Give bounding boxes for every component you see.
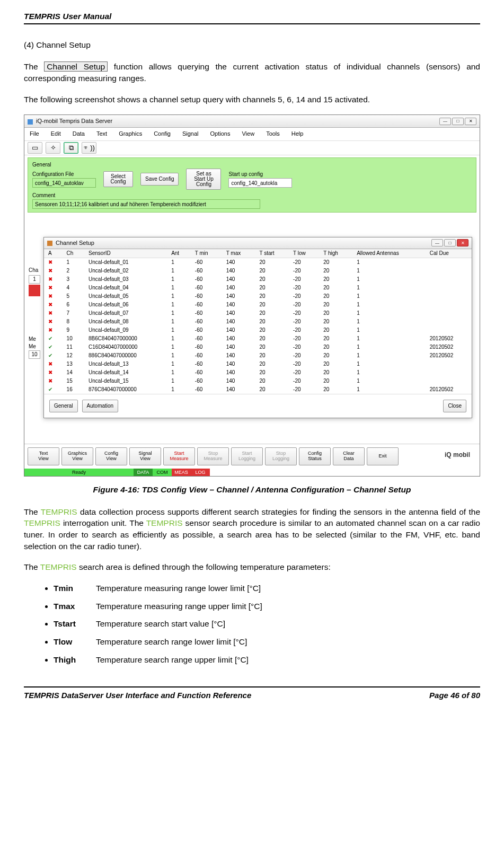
bottom-button[interactable]: Start Measure bbox=[163, 447, 195, 465]
close-icon[interactable]: ✕ bbox=[465, 118, 476, 125]
menu-text[interactable]: Text bbox=[96, 130, 107, 138]
bottom-button: Start Logging bbox=[231, 447, 263, 465]
cell: 1 bbox=[167, 377, 191, 385]
bottom-button[interactable]: Signal View bbox=[129, 447, 161, 465]
toolbar-btn-3-active[interactable]: ⧉ bbox=[64, 142, 78, 154]
cell: 1 bbox=[167, 343, 191, 351]
table-row[interactable]: ✔16876C8404070000001-6014020-20201201205… bbox=[44, 385, 472, 394]
bottom-button[interactable]: Clear Data bbox=[333, 447, 365, 465]
table-row[interactable]: ✖13Uncal-default_131-6014020-20201 bbox=[44, 360, 472, 368]
cell: 20 bbox=[255, 351, 289, 360]
menu-graphics[interactable]: Graphics bbox=[119, 130, 142, 138]
inactive-icon: ✖ bbox=[44, 258, 63, 267]
col-header[interactable]: Ch bbox=[63, 249, 84, 258]
inactive-icon: ✖ bbox=[44, 326, 63, 334]
bottom-button[interactable]: Exit bbox=[367, 447, 399, 465]
inner-close-icon[interactable]: ✕ bbox=[457, 239, 468, 246]
tempris-brand-1: TEMPRIS bbox=[41, 507, 77, 516]
col-header[interactable]: SensorID bbox=[84, 249, 167, 258]
cell: -20 bbox=[289, 301, 319, 309]
menu-edit[interactable]: Edit bbox=[51, 130, 61, 138]
general-button[interactable]: General bbox=[49, 400, 78, 412]
cell: Uncal-default_05 bbox=[84, 292, 167, 301]
toolbar-btn-1[interactable]: ▭ bbox=[28, 142, 42, 154]
col-header[interactable]: T min bbox=[191, 249, 222, 258]
col-header[interactable]: A bbox=[44, 249, 63, 258]
table-row[interactable]: ✔12886C8404070000001-6014020-20201201205… bbox=[44, 351, 472, 360]
table-row[interactable]: ✖6Uncal-default_061-6014020-20201 bbox=[44, 301, 472, 309]
automation-button[interactable]: Automation bbox=[82, 400, 119, 412]
cell: 140 bbox=[222, 385, 255, 394]
cell: 140 bbox=[222, 275, 255, 284]
menu-options[interactable]: Options bbox=[210, 130, 231, 138]
cell: 20 bbox=[255, 360, 289, 368]
cell: 1 bbox=[352, 351, 426, 360]
table-row[interactable]: ✔11C16D8404070000001-6014020-20201201205… bbox=[44, 343, 472, 351]
cell: 20 bbox=[255, 301, 289, 309]
intro-p1: The Channel Setup function allows queryi… bbox=[24, 61, 480, 84]
p4a: The bbox=[24, 562, 40, 571]
channel-setup-window: Channel Setup — □ ✕ AChSensorIDAntT minT… bbox=[43, 237, 472, 418]
inactive-icon: ✖ bbox=[44, 368, 63, 377]
bottom-button[interactable]: Text View bbox=[28, 447, 59, 465]
menu-data[interactable]: Data bbox=[73, 130, 85, 138]
save-config-button[interactable]: Save Config bbox=[140, 173, 179, 186]
cell: 1 bbox=[352, 301, 426, 309]
cell: 140 bbox=[222, 318, 255, 326]
select-config-button[interactable]: Select Config bbox=[103, 171, 133, 187]
cell: 20 bbox=[319, 301, 352, 309]
col-header[interactable]: Cal Due bbox=[426, 249, 472, 258]
table-row[interactable]: ✖7Uncal-default_071-6014020-20201 bbox=[44, 309, 472, 318]
menu-file[interactable]: File bbox=[30, 130, 39, 138]
menu-view[interactable]: View bbox=[242, 130, 254, 138]
doc-footer: TEMPRIS DataServer User Interface and Fu… bbox=[24, 686, 480, 701]
comment-field[interactable]: Sensoren 10;11;12;16 kalibriert und auf … bbox=[32, 199, 260, 209]
col-header[interactable]: T start bbox=[255, 249, 289, 258]
cell: -60 bbox=[191, 267, 222, 275]
table-row[interactable]: ✖3Uncal-default_031-6014020-20201 bbox=[44, 275, 472, 284]
menu-signal[interactable]: Signal bbox=[182, 130, 199, 138]
col-header[interactable]: T max bbox=[222, 249, 255, 258]
inner-minimize-icon[interactable]: — bbox=[431, 239, 443, 246]
table-row[interactable]: ✖8Uncal-default_081-6014020-20201 bbox=[44, 318, 472, 326]
param-item: TminTemperature measuring range lower li… bbox=[54, 583, 480, 594]
bottom-button[interactable]: Graphics View bbox=[61, 447, 93, 465]
col-header[interactable]: Allowed Antennas bbox=[352, 249, 426, 258]
cell: -20 bbox=[289, 334, 319, 343]
inner-maximize-icon[interactable]: □ bbox=[444, 239, 456, 246]
col-header[interactable]: T high bbox=[319, 249, 352, 258]
minimize-icon[interactable]: — bbox=[439, 118, 451, 125]
cell: 20 bbox=[319, 275, 352, 284]
cell: -20 bbox=[289, 385, 319, 394]
cell: 20 bbox=[319, 258, 352, 267]
cell: 1 bbox=[167, 267, 191, 275]
maximize-icon[interactable]: □ bbox=[452, 118, 464, 125]
active-icon: ✔ bbox=[44, 351, 63, 360]
bottom-button[interactable]: Config Status bbox=[299, 447, 331, 465]
main-window-buttons: — □ ✕ bbox=[439, 118, 476, 125]
bottom-button[interactable]: Config View bbox=[95, 447, 127, 465]
section-title: (4) Channel Setup bbox=[24, 39, 480, 51]
table-row[interactable]: ✖14Uncal-default_141-6014020-20201 bbox=[44, 368, 472, 377]
toolbar-btn-2[interactable]: ✧ bbox=[46, 142, 60, 154]
cell: 1 bbox=[352, 275, 426, 284]
cell: 20 bbox=[319, 284, 352, 292]
cell: 1 bbox=[352, 385, 426, 394]
table-row[interactable]: ✖9Uncal-default_091-6014020-20201 bbox=[44, 326, 472, 334]
menu-tools[interactable]: Tools bbox=[266, 130, 280, 138]
table-row[interactable]: ✖2Uncal-default_021-6014020-20201 bbox=[44, 267, 472, 275]
table-row[interactable]: ✔108B6C8404070000001-6014020-20201201205… bbox=[44, 334, 472, 343]
menu-help[interactable]: Help bbox=[291, 130, 304, 138]
config-file-field[interactable]: config_140_autoklav bbox=[32, 178, 96, 188]
table-row[interactable]: ✖1Uncal-default_011-6014020-20201 bbox=[44, 258, 472, 267]
col-header[interactable]: T low bbox=[289, 249, 319, 258]
table-row[interactable]: ✖4Uncal-default_041-6014020-20201 bbox=[44, 284, 472, 292]
close-button[interactable]: Close bbox=[443, 400, 466, 412]
table-row[interactable]: ✖5Uncal-default_051-6014020-20201 bbox=[44, 292, 472, 301]
cell: 1 bbox=[167, 385, 191, 394]
table-row[interactable]: ✖15Uncal-default_151-6014020-20201 bbox=[44, 377, 472, 385]
col-header[interactable]: Ant bbox=[167, 249, 191, 258]
set-startup-config-button[interactable]: Set as Start Up Config bbox=[186, 169, 221, 190]
menu-config[interactable]: Config bbox=[154, 130, 171, 138]
toolbar-btn-antenna-wifi-icon[interactable]: ᯤ)) bbox=[82, 142, 96, 154]
